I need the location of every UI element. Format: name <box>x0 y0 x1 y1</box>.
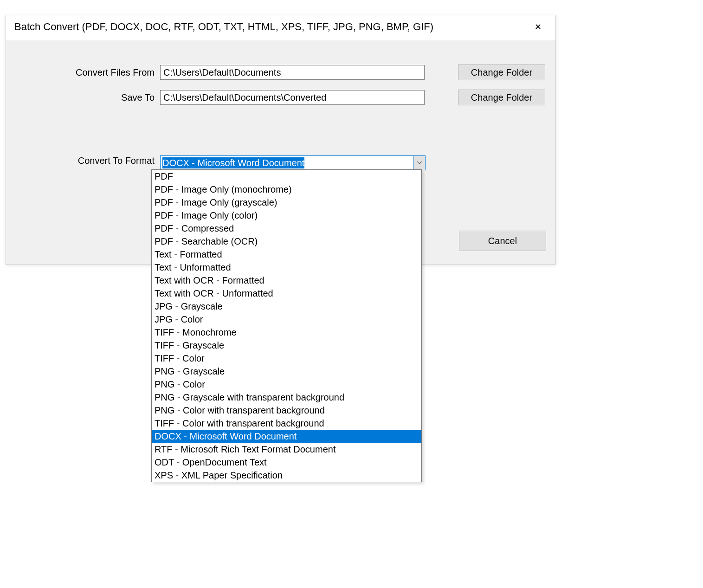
format-dropdown-list[interactable]: PDFPDF - Image Only (monochrome)PDF - Im… <box>151 169 422 482</box>
format-option[interactable]: TIFF - Color with transparent background <box>152 417 421 430</box>
format-option[interactable]: DOCX - Microsoft Word Document <box>152 430 421 443</box>
chevron-down-icon[interactable] <box>413 156 425 170</box>
format-option[interactable]: Text - Unformatted <box>152 261 421 274</box>
format-option[interactable]: TIFF - Color <box>152 352 421 365</box>
format-combobox[interactable]: DOCX - Microsoft Word Document <box>160 155 426 170</box>
format-option[interactable]: PDF - Image Only (color) <box>152 209 421 222</box>
save-to-label: Save To <box>15 92 160 103</box>
format-option[interactable]: TIFF - Monochrome <box>152 326 421 339</box>
close-icon[interactable]: ✕ <box>529 19 547 35</box>
convert-from-input[interactable] <box>160 65 425 80</box>
dialog-title: Batch Convert (PDF, DOCX, DOC, RTF, ODT,… <box>14 21 433 33</box>
format-option[interactable]: PDF - Image Only (monochrome) <box>152 183 421 196</box>
format-option[interactable]: XPS - XML Paper Specification <box>152 469 421 482</box>
convert-to-row: Convert To Format DOCX - Microsoft Word … <box>15 155 546 170</box>
convert-from-row: Convert Files From Change Folder <box>15 65 546 80</box>
format-option[interactable]: RTF - Microsoft Rich Text Format Documen… <box>152 443 421 456</box>
format-option[interactable]: PNG - Grayscale <box>152 365 421 378</box>
format-option[interactable]: JPG - Grayscale <box>152 300 421 313</box>
format-option[interactable]: PDF - Searchable (OCR) <box>152 235 421 248</box>
format-combo-container: DOCX - Microsoft Word Document <box>160 155 426 170</box>
format-selected-value: DOCX - Microsoft Word Document <box>161 157 413 169</box>
save-to-input[interactable] <box>160 90 425 105</box>
format-option[interactable]: Text with OCR - Unformatted <box>152 287 421 300</box>
title-bar: Batch Convert (PDF, DOCX, DOC, RTF, ODT,… <box>6 15 555 40</box>
convert-from-label: Convert Files From <box>15 67 160 78</box>
spacer <box>15 115 546 155</box>
change-folder-to-button[interactable]: Change Folder <box>458 90 545 105</box>
convert-to-label: Convert To Format <box>15 155 160 166</box>
format-option[interactable]: PNG - Color with transparent background <box>152 404 421 417</box>
format-option[interactable]: PDF - Image Only (grayscale) <box>152 196 421 209</box>
save-to-row: Save To Change Folder <box>15 90 546 105</box>
format-option[interactable]: TIFF - Grayscale <box>152 339 421 352</box>
format-option[interactable]: PDF <box>152 170 421 183</box>
change-folder-from-button[interactable]: Change Folder <box>458 65 545 80</box>
cancel-button[interactable]: Cancel <box>459 231 546 251</box>
format-option[interactable]: ODT - OpenDocument Text <box>152 456 421 469</box>
format-option[interactable]: Text - Formatted <box>152 248 421 261</box>
format-option[interactable]: Text with OCR - Formatted <box>152 274 421 287</box>
format-option[interactable]: PNG - Grayscale with transparent backgro… <box>152 391 421 404</box>
format-option[interactable]: JPG - Color <box>152 313 421 326</box>
format-option[interactable]: PDF - Compressed <box>152 222 421 235</box>
format-option[interactable]: PNG - Color <box>152 378 421 391</box>
